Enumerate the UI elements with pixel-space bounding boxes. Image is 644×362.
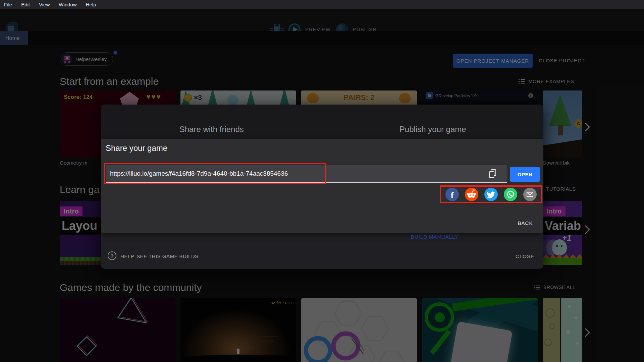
share-panel-title: Share your game — [106, 143, 167, 153]
annotation-box-social — [440, 185, 542, 203]
copy-icon[interactable] — [487, 168, 498, 179]
app-window: File Edit View Window Help — [0, 0, 644, 362]
help-button[interactable]: HELP — [120, 253, 134, 259]
tab-publish-your-game[interactable]: Publish your game — [322, 105, 544, 139]
menu-window[interactable]: Window — [59, 2, 76, 7]
menu-view[interactable]: View — [39, 2, 50, 7]
menu-bar: File Edit View Window Help — [0, 0, 644, 9]
tab-divider — [322, 111, 322, 139]
help-icon[interactable]: ? — [108, 251, 116, 260]
menu-help[interactable]: Help — [86, 2, 96, 7]
dialog-divider — [101, 244, 543, 244]
annotation-box-url — [104, 163, 326, 184]
build-manually-button[interactable]: BUILD MANUALLY — [403, 234, 467, 240]
see-game-builds-button[interactable]: SEE THIS GAME BUILDS — [137, 253, 199, 259]
back-button[interactable]: BACK — [514, 218, 537, 228]
open-game-button[interactable]: OPEN — [510, 167, 540, 182]
menu-edit[interactable]: Edit — [21, 2, 30, 7]
tab-share-with-friends[interactable]: Share with friends — [101, 105, 322, 139]
dialog-tabs: Share with friends Publish your game — [101, 105, 543, 139]
menu-file[interactable]: File — [4, 2, 12, 7]
close-dialog-button[interactable]: CLOSE — [514, 253, 536, 259]
